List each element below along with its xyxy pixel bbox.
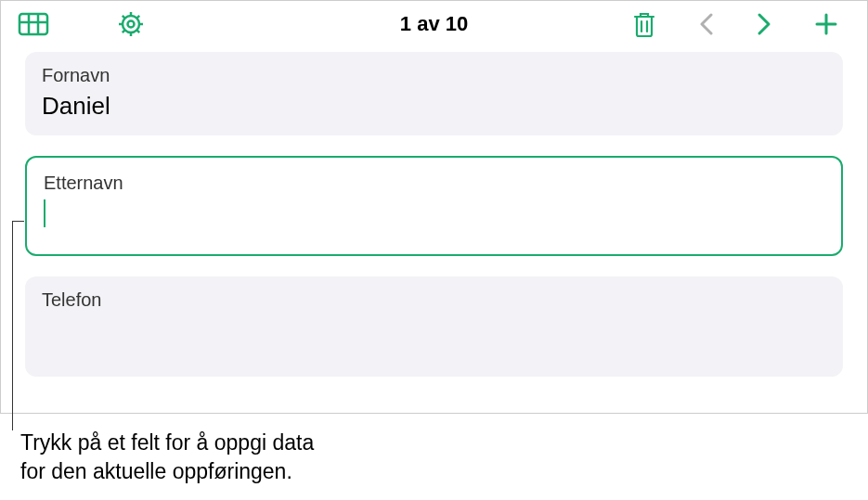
svg-line-12: [123, 30, 125, 32]
first-name-label: Fornavn: [42, 65, 826, 86]
toolbar: 1 av 10: [1, 1, 867, 47]
settings-button[interactable]: [116, 9, 146, 39]
callout-caption: Trykk på et felt for å oppgi data for de…: [20, 429, 314, 486]
form-window: 1 av 10: [0, 0, 868, 414]
previous-record-button[interactable]: [698, 11, 715, 37]
first-name-value: Daniel: [42, 92, 826, 121]
plus-icon: [813, 11, 839, 37]
toolbar-right-group: [631, 10, 850, 38]
svg-point-5: [128, 21, 135, 28]
chevron-left-icon: [698, 11, 715, 37]
chevron-right-icon: [756, 11, 772, 37]
add-record-button[interactable]: [813, 11, 839, 37]
next-record-button[interactable]: [756, 11, 772, 37]
last-name-label: Etternavn: [44, 173, 824, 194]
delete-button[interactable]: [631, 10, 657, 38]
svg-line-11: [136, 30, 139, 32]
gear-icon: [116, 9, 146, 39]
svg-rect-0: [19, 14, 47, 34]
svg-line-10: [123, 16, 125, 19]
callout-line-1: Trykk på et felt for å oppgi data: [20, 430, 314, 455]
callout-connector-h: [12, 221, 24, 222]
svg-point-4: [123, 16, 139, 32]
phone-label: Telefon: [42, 289, 826, 311]
toolbar-left-group: [18, 9, 146, 39]
record-counter: 1 av 10: [400, 12, 468, 36]
callout-line-2: for den aktuelle oppføringen.: [20, 459, 292, 483]
table-view-button[interactable]: [18, 11, 49, 37]
text-cursor: [44, 199, 45, 227]
callout-connector-v: [12, 221, 13, 430]
svg-line-13: [136, 16, 139, 19]
table-icon: [18, 11, 49, 37]
last-name-field[interactable]: Etternavn: [25, 156, 843, 256]
first-name-field[interactable]: Fornavn Daniel: [25, 52, 843, 135]
phone-field[interactable]: Telefon: [25, 276, 843, 377]
trash-icon: [631, 10, 657, 38]
form-fields-area: Fornavn Daniel Etternavn Telefon: [1, 47, 867, 377]
